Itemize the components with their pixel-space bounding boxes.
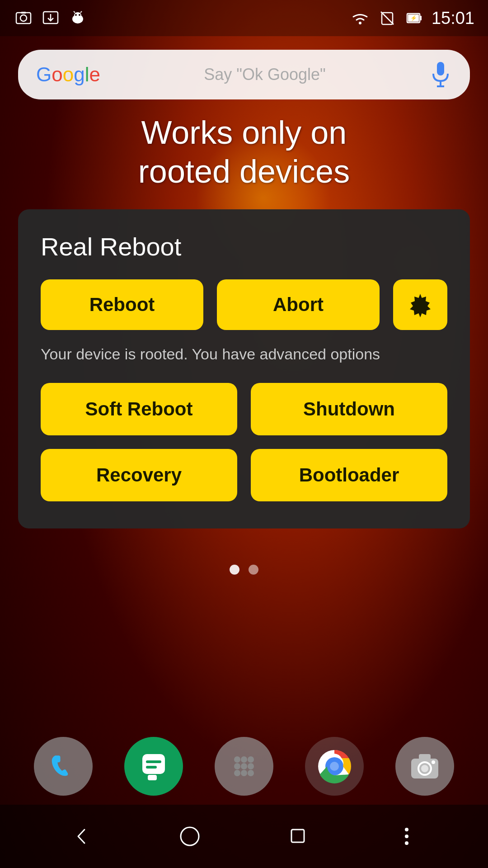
dock-camera-icon[interactable] xyxy=(395,737,454,796)
svg-line-13 xyxy=(381,12,394,24)
reboot-button[interactable]: Reboot xyxy=(41,279,203,330)
recovery-button[interactable]: Recovery xyxy=(41,449,237,501)
status-left-icons xyxy=(14,8,88,28)
main-heading: Works only on rooted devices xyxy=(27,113,461,191)
shutdown-button[interactable]: Shutdown xyxy=(251,383,447,435)
svg-point-33 xyxy=(234,770,240,776)
svg-line-9 xyxy=(74,11,75,13)
svg-point-28 xyxy=(241,756,247,763)
status-right-icons: ⚡ 15:01 xyxy=(350,8,474,28)
svg-point-35 xyxy=(248,770,254,776)
svg-point-49 xyxy=(405,841,408,845)
svg-rect-2 xyxy=(21,12,26,14)
svg-rect-15 xyxy=(420,16,422,20)
download-icon xyxy=(41,8,61,28)
svg-rect-23 xyxy=(142,754,165,774)
svg-point-34 xyxy=(241,770,247,776)
battery-icon: ⚡ xyxy=(404,8,424,28)
svg-rect-43 xyxy=(419,754,431,760)
btn-row-main: Reboot Abort xyxy=(41,279,447,330)
photo-icon xyxy=(14,8,33,28)
svg-point-1 xyxy=(20,15,27,21)
svg-text:⚡: ⚡ xyxy=(410,14,417,21)
svg-point-30 xyxy=(234,763,240,769)
svg-point-42 xyxy=(421,765,428,772)
svg-rect-46 xyxy=(291,830,304,842)
search-placeholder[interactable]: Say "Ok Google" xyxy=(204,65,326,84)
dock-phone-icon[interactable] xyxy=(34,737,93,796)
bootloader-button[interactable]: Bootloader xyxy=(251,449,447,501)
app-dock xyxy=(0,737,488,796)
robot-icon xyxy=(68,8,88,28)
status-time: 15:01 xyxy=(432,9,474,28)
svg-point-11 xyxy=(359,22,361,24)
back-button[interactable] xyxy=(63,818,99,854)
svg-point-31 xyxy=(241,763,247,769)
svg-point-27 xyxy=(234,756,240,763)
btn-row-advanced-1: Soft Reboot Shutdown xyxy=(41,383,447,435)
svg-rect-18 xyxy=(437,62,444,75)
page-dots xyxy=(0,565,488,575)
dock-chrome-icon[interactable] xyxy=(305,737,364,796)
navigation-bar xyxy=(0,805,488,868)
soft-reboot-button[interactable]: Soft Reboot xyxy=(41,383,237,435)
svg-point-7 xyxy=(75,14,77,16)
svg-point-22 xyxy=(416,300,425,309)
svg-rect-26 xyxy=(146,766,157,769)
abort-button[interactable]: Abort xyxy=(217,279,380,330)
more-options-button[interactable] xyxy=(389,818,425,854)
wifi-icon xyxy=(350,8,370,28)
svg-rect-25 xyxy=(146,760,161,763)
svg-point-39 xyxy=(330,762,339,771)
google-search-bar[interactable]: Google Say "Ok Google" xyxy=(18,50,470,99)
svg-point-45 xyxy=(181,827,199,845)
microphone-icon[interactable] xyxy=(429,59,452,90)
btn-row-advanced-2: Recovery Bootloader xyxy=(41,449,447,501)
status-bar: ⚡ 15:01 xyxy=(0,0,488,36)
svg-rect-24 xyxy=(148,775,157,780)
recents-button[interactable] xyxy=(280,818,316,854)
dock-hangouts-icon[interactable] xyxy=(124,737,183,796)
home-button[interactable] xyxy=(172,818,208,854)
settings-button[interactable] xyxy=(393,279,447,330)
real-reboot-dialog: Real Reboot Reboot Abort Your device is … xyxy=(18,209,470,529)
svg-point-29 xyxy=(248,756,254,763)
dialog-title: Real Reboot xyxy=(41,232,447,261)
svg-point-32 xyxy=(248,763,254,769)
svg-point-44 xyxy=(432,760,435,764)
svg-point-47 xyxy=(405,828,408,831)
rooted-info-text: Your device is rooted. You have advanced… xyxy=(41,344,447,365)
dock-apps-icon[interactable] xyxy=(215,737,273,796)
page-dot-2 xyxy=(249,565,258,575)
page-dot-1 xyxy=(230,565,239,575)
no-sim-icon xyxy=(377,8,397,28)
svg-point-8 xyxy=(79,14,80,16)
svg-line-10 xyxy=(80,11,82,13)
google-logo: Google xyxy=(36,63,100,86)
svg-point-48 xyxy=(405,835,408,838)
svg-rect-0 xyxy=(16,13,31,24)
